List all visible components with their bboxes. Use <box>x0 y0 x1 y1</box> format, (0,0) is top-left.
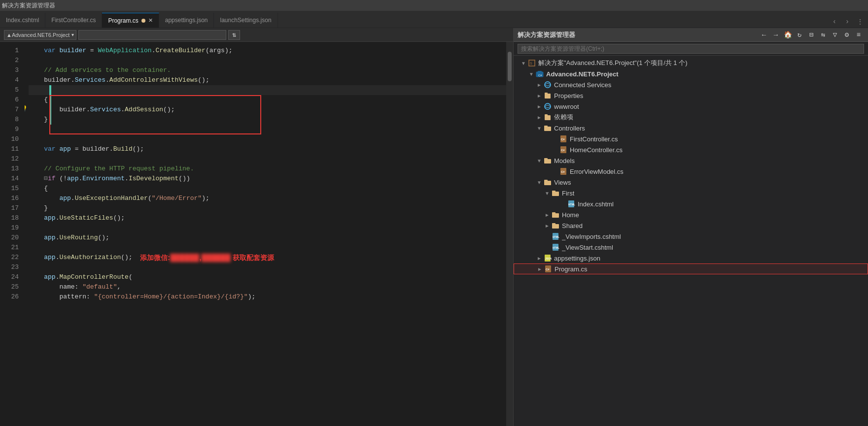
code-line-12 <box>29 154 506 164</box>
svg-text:HTML: HTML <box>568 203 575 206</box>
tree-viewstart[interactable]: HTML _ViewStart.cshtml <box>514 242 868 253</box>
svg-text:HTML: HTML <box>553 246 559 249</box>
tree-home-folder[interactable]: ► Home <box>514 209 868 220</box>
lightbulb-icon[interactable]: 💡 <box>25 105 28 113</box>
toolbar-home-btn[interactable]: 🏠 <box>782 30 793 40</box>
close-icon[interactable]: ✕ <box>148 17 153 24</box>
code-line-1: var builder = WebApplication.CreateBuild… <box>29 46 506 56</box>
properties-expand-icon[interactable]: ► <box>535 93 543 98</box>
code-line-22: app.UseAuthorization(); 添加微信:██████,████… <box>29 253 506 262</box>
tab-scroll-left-btn[interactable]: ‹ <box>829 16 840 28</box>
tree-program-cs[interactable]: ► C# Program.cs <box>514 263 868 274</box>
solution-expand-icon[interactable]: ▼ <box>520 61 527 66</box>
toolbar-filter-btn[interactable]: ▽ <box>830 30 840 40</box>
code-line-16: app.UseExceptionHandler("/Home/Error"); <box>29 194 506 203</box>
ln-8: 8 <box>0 115 19 125</box>
code-line-15: { <box>29 184 506 194</box>
tree-errorviewmodel[interactable]: C# ErrorViewModel.cs <box>514 166 868 177</box>
tree-firstcontroller[interactable]: C# FirstController.cs <box>514 133 868 144</box>
tab-firstcontroller[interactable]: FirstController.cs <box>45 13 102 28</box>
tab-modified-dot <box>141 19 145 23</box>
project-dropdown[interactable]: ▲Advanced.NET6.Project ▾ <box>4 30 76 40</box>
code-content[interactable]: 💡 var builder = WebApplication.CreateBui… <box>25 42 506 426</box>
first-folder-icon <box>551 189 560 197</box>
ln-13: 13 <box>0 164 19 174</box>
code-line-17: } <box>29 203 506 213</box>
project-dropdown-label: ▲Advanced.NET6.Project <box>6 32 69 38</box>
solution-root[interactable]: ▼ S 解决方案"Advanced.NET6.Project"(1 个项目/共 … <box>514 58 868 68</box>
toolbar-forward-btn[interactable]: → <box>770 30 781 40</box>
svg-rect-18 <box>544 158 548 160</box>
project-label: Advanced.NET6.Project <box>546 70 619 78</box>
homecontroller-icon: C# <box>559 145 568 154</box>
wwwroot-icon <box>543 102 552 111</box>
wwwroot-expand-icon[interactable]: ► <box>535 104 543 109</box>
home-expand-icon[interactable]: ► <box>543 212 551 218</box>
title-bar: 解决方案资源管理器 <box>0 0 868 11</box>
tree-deps[interactable]: ► 依赖项 <box>514 112 868 123</box>
tree-viewimports[interactable]: HTML _ViewImports.cshtml <box>514 231 868 242</box>
ln-12: 12 <box>0 154 19 164</box>
program-cs-expand-icon[interactable]: ► <box>536 266 544 272</box>
file-dropdown[interactable] <box>78 30 226 40</box>
tree-controllers[interactable]: ▼ Controllers <box>514 123 868 133</box>
ln-25: 25 <box>0 282 19 292</box>
project-expand-icon[interactable]: ▼ <box>527 71 535 77</box>
tab-index[interactable]: Index.cshtml <box>0 13 45 28</box>
tab-menu-btn[interactable]: ⋮ <box>854 16 866 28</box>
code-line-24: app.MapControllerRoute( <box>29 272 506 282</box>
tree-properties[interactable]: ► Properties <box>514 90 868 101</box>
models-expand-icon[interactable]: ▼ <box>535 158 543 164</box>
project-root[interactable]: ▼ C# Advanced.NET6.Project <box>514 68 868 79</box>
tree-index-cshtml[interactable]: HTML Index.cshtml <box>514 198 868 209</box>
code-line-2 <box>29 56 506 66</box>
solution-search-area <box>514 42 868 56</box>
viewstart-icon: HTML <box>551 243 560 252</box>
path-expand-btn[interactable]: ⇅ <box>228 30 240 40</box>
appsettings-expand-icon[interactable]: ► <box>535 256 543 261</box>
toolbar-collapse-btn[interactable]: ⊟ <box>806 30 817 40</box>
tree-shared-folder[interactable]: ► Shared <box>514 220 868 231</box>
tree-first-folder[interactable]: ▼ First <box>514 188 868 198</box>
wwwroot-label: wwwroot <box>554 103 579 110</box>
deps-expand-icon[interactable]: ► <box>535 115 543 120</box>
solution-toolbar: 解决方案资源管理器 ← → 🏠 ↻ ⊟ ⇆ ▽ ⚙ ≡ <box>514 28 868 42</box>
toolbar-settings-btn[interactable]: ⚙ <box>841 30 852 40</box>
toolbar-sync-btn[interactable]: ⇆ <box>818 30 829 40</box>
tab-appsettings[interactable]: appsettings.json <box>159 13 214 28</box>
connected-expand-icon[interactable]: ► <box>535 82 543 88</box>
solution-tree: ▼ S 解决方案"Advanced.NET6.Project"(1 个项目/共 … <box>514 56 868 426</box>
tree-connected-services[interactable]: ► Connected Services <box>514 79 868 90</box>
first-expand-icon[interactable]: ▼ <box>543 191 551 196</box>
tree-appsettings[interactable]: ► JSON appsettings.json <box>514 253 868 263</box>
viewstart-label: _ViewStart.cshtml <box>562 244 613 251</box>
scrollbar-thumb[interactable] <box>508 52 512 81</box>
views-icon <box>543 178 552 187</box>
properties-label: Properties <box>554 92 583 99</box>
tab-program[interactable]: Program.cs ✕ <box>102 13 159 28</box>
tree-homecontroller[interactable]: C# HomeController.cs <box>514 144 868 155</box>
tab-launchsettings-label: launchSettings.json <box>220 17 271 24</box>
solution-search-input[interactable] <box>518 44 864 54</box>
toolbar-back-btn[interactable]: ← <box>759 30 769 40</box>
solution-explorer-panel: 解决方案资源管理器 ← → 🏠 ↻ ⊟ ⇆ ▽ ⚙ ≡ ▼ <box>513 28 868 426</box>
ln-4: 4 <box>0 75 19 85</box>
vertical-scrollbar[interactable] <box>506 42 513 426</box>
toolbar-more-btn[interactable]: ≡ <box>853 30 864 40</box>
shared-expand-icon[interactable]: ► <box>543 223 551 229</box>
ln-17: 17 <box>0 203 19 213</box>
tab-launchsettings[interactable]: launchSettings.json <box>214 13 278 28</box>
tab-scroll-right-btn[interactable]: › <box>841 16 853 28</box>
green-bar <box>49 85 51 125</box>
tree-views[interactable]: ▼ Views <box>514 177 868 188</box>
views-label: Views <box>554 179 571 186</box>
toolbar-refresh-btn[interactable]: ↻ <box>794 30 805 40</box>
controllers-expand-icon[interactable]: ▼ <box>535 126 543 131</box>
ln-6: 6 <box>0 95 19 105</box>
tree-models[interactable]: ▼ Models <box>514 155 868 166</box>
tree-wwwroot[interactable]: ► wwwroot <box>514 101 868 112</box>
views-expand-icon[interactable]: ▼ <box>535 180 543 185</box>
index-cshtml-icon: HTML <box>567 199 576 208</box>
solution-icon: S <box>527 59 536 67</box>
code-line-25: name: "default", <box>29 282 506 292</box>
